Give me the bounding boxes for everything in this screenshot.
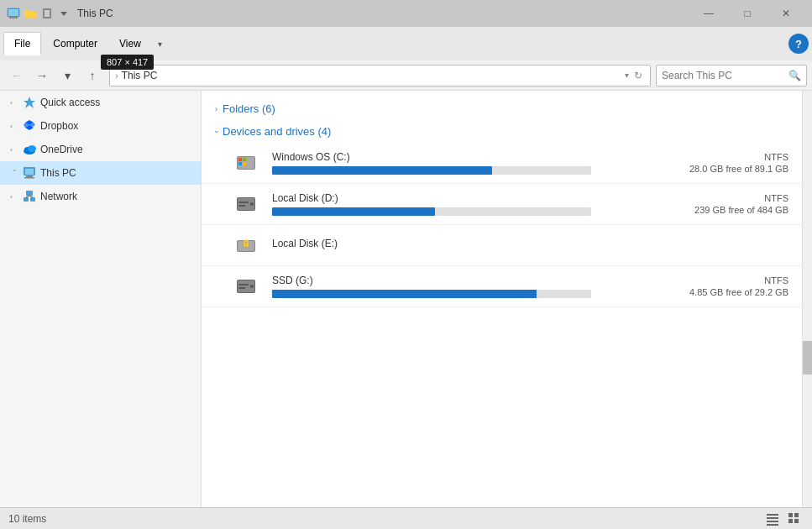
g-drive-info: SSD (G:): [272, 275, 661, 298]
title-bar: This PC — □ ✕: [0, 0, 812, 27]
address-bar[interactable]: › This PC ▾ ↻: [109, 65, 651, 86]
sidebar-item-this-pc[interactable]: › This PC: [0, 161, 201, 185]
sidebar: › Quick access › Dropbox › OneDriv: [0, 91, 202, 507]
svg-rect-4: [45, 10, 50, 17]
details-view-button[interactable]: [763, 511, 782, 527]
svg-rect-16: [26, 175, 33, 177]
pin-icon: [40, 7, 54, 20]
devices-section-header[interactable]: › Devices and drives (4): [202, 120, 802, 143]
status-bar: 10 items: [0, 507, 812, 529]
back-button[interactable]: ←: [5, 65, 29, 86]
svg-rect-19: [24, 197, 29, 202]
c-drive-bar-fill: [272, 166, 492, 175]
title-bar-controls: — □ ✕: [689, 0, 805, 27]
drive-item-e[interactable]: Local Disk (E:): [202, 225, 802, 266]
e-drive-name: Local Disk (E:): [272, 238, 661, 249]
svg-rect-48: [794, 513, 799, 517]
search-box[interactable]: 🔍: [656, 65, 807, 86]
svg-point-31: [250, 202, 254, 206]
folders-chevron-icon: ›: [215, 105, 217, 113]
sidebar-label-this-pc: This PC: [40, 167, 194, 179]
svg-rect-25: [238, 158, 242, 161]
ribbon-expand-icon[interactable]: ▾: [153, 36, 168, 51]
sidebar-label-onedrive: OneDrive: [40, 144, 194, 155]
large-icons-view-button[interactable]: [785, 511, 804, 527]
minimize-button[interactable]: —: [689, 0, 728, 27]
chevron-icon: ›: [10, 193, 18, 201]
quick-access-icon: [22, 95, 37, 110]
down-arrow-icon: [57, 7, 71, 20]
address-text: This PC: [122, 70, 622, 81]
search-input[interactable]: [662, 70, 788, 81]
svg-rect-27: [238, 162, 242, 165]
d-drive-meta: NTFS 239 GB free of 484 GB: [671, 193, 788, 215]
sidebar-label-quick-access: Quick access: [40, 97, 194, 108]
drive-item-g[interactable]: SSD (G:) NTFS 4.85 GB free of 29.2 GB: [202, 266, 802, 307]
svg-rect-43: [767, 514, 778, 516]
sidebar-item-dropbox[interactable]: › Dropbox: [0, 114, 201, 138]
svg-rect-42: [238, 287, 245, 289]
chevron-icon: ›: [10, 99, 18, 107]
c-drive-meta: NTFS 28.0 GB free of 89.1 GB: [671, 152, 788, 174]
svg-line-21: [26, 196, 29, 197]
g-drive-bar-fill: [272, 290, 537, 298]
this-pc-icon: [22, 165, 37, 181]
tab-file[interactable]: File: [3, 32, 41, 55]
sidebar-label-dropbox: Dropbox: [40, 120, 194, 132]
tab-view[interactable]: View: [109, 33, 151, 55]
c-drive-fs: NTFS: [764, 152, 788, 162]
svg-point-37: [245, 244, 247, 246]
close-button[interactable]: ✕: [767, 0, 805, 27]
d-drive-info: Local Disk (D:): [272, 192, 661, 216]
svg-rect-49: [788, 519, 793, 523]
drive-item-c[interactable]: Windows OS (C:) NTFS 28.0 GB free of 89.…: [202, 143, 802, 184]
tab-computer[interactable]: Computer: [43, 33, 107, 55]
svg-line-22: [29, 196, 33, 197]
svg-rect-26: [243, 158, 246, 161]
scroll-thumb[interactable]: [803, 341, 812, 374]
sidebar-item-onedrive[interactable]: › OneDrive: [0, 138, 201, 161]
chevron-icon: ›: [10, 123, 18, 130]
svg-rect-50: [794, 519, 799, 523]
window-title: This PC: [77, 8, 689, 19]
content-area: › Folders (6) › Devices and drives (4): [202, 91, 802, 507]
folder-icon: [24, 7, 37, 20]
c-drive-bar: [272, 166, 591, 175]
svg-rect-33: [238, 205, 245, 207]
g-drive-space: 4.85 GB free of 29.2 GB: [689, 287, 788, 297]
folders-section-header[interactable]: › Folders (6): [202, 97, 802, 120]
breadcrumb-arrow: ›: [115, 71, 118, 81]
chevron-icon: ›: [10, 146, 18, 154]
svg-rect-20: [30, 197, 35, 202]
g-drive-bar: [272, 290, 591, 298]
size-tooltip: 807 × 417: [101, 55, 154, 70]
sidebar-item-quick-access[interactable]: › Quick access: [0, 91, 201, 114]
main-layout: › Quick access › Dropbox › OneDriv: [0, 91, 812, 507]
chevron-expanded-icon: ›: [11, 169, 18, 177]
e-drive-info: Local Disk (E:): [272, 238, 661, 253]
devices-chevron-icon: ›: [212, 130, 221, 133]
d-drive-space: 239 GB free of 484 GB: [694, 205, 788, 215]
dropbox-icon: [22, 118, 37, 134]
d-drive-bar: [272, 207, 591, 216]
svg-rect-44: [767, 517, 778, 519]
svg-marker-6: [24, 97, 35, 108]
item-count: 10 items: [8, 513, 46, 525]
refresh-button[interactable]: ↻: [631, 70, 645, 81]
g-drive-meta: NTFS 4.85 GB free of 29.2 GB: [671, 275, 788, 297]
address-dropdown-icon[interactable]: ▾: [622, 71, 631, 80]
svg-rect-17: [24, 177, 34, 179]
svg-rect-47: [788, 513, 793, 517]
e-drive-icon: [235, 232, 262, 259]
scrollbar[interactable]: [802, 91, 812, 507]
search-icon: 🔍: [788, 70, 801, 81]
help-button[interactable]: ?: [788, 34, 809, 54]
maximize-button[interactable]: □: [728, 0, 767, 27]
forward-button[interactable]: →: [30, 65, 54, 86]
drive-item-d[interactable]: Local Disk (D:) NTFS 239 GB free of 484 …: [202, 184, 802, 225]
d-drive-icon: [235, 191, 262, 217]
sidebar-item-network[interactable]: › Network: [0, 185, 201, 208]
d-drive-bar-fill: [272, 207, 435, 216]
recent-button[interactable]: ▾: [55, 65, 79, 86]
svg-rect-1: [9, 17, 18, 18]
